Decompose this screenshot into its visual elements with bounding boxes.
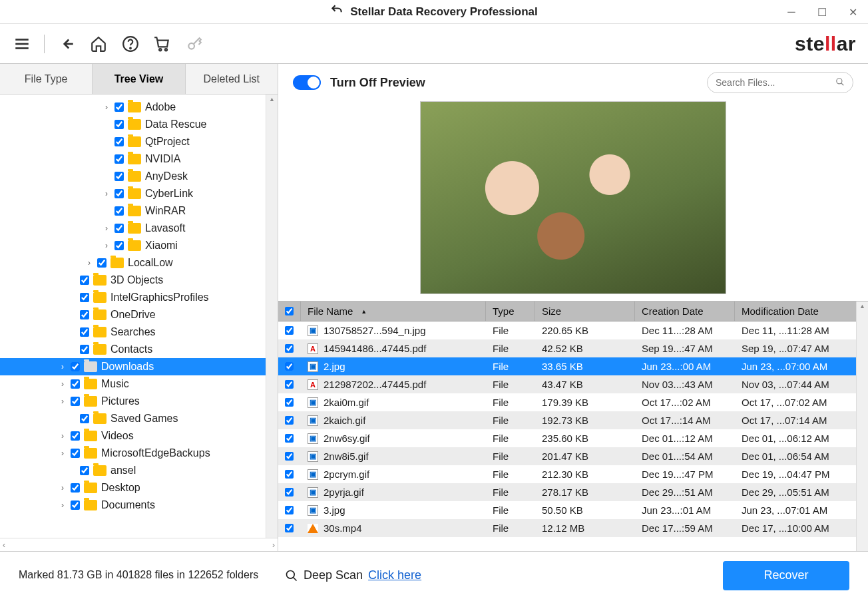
close-button[interactable]: ✕	[837, 0, 868, 24]
key-icon[interactable]	[184, 34, 204, 54]
expand-icon[interactable]: ›	[59, 379, 67, 389]
header-checkbox[interactable]	[278, 301, 301, 321]
table-row[interactable]: ▣2.jpgFile33.65 KBJun 23...:00 AMJun 23,…	[278, 357, 868, 375]
table-row[interactable]: ▣2kaich.gifFile192.73 KBOct 17...:14 AMO…	[278, 411, 868, 429]
tree-checkbox[interactable]	[97, 258, 107, 268]
folder-tree[interactable]: ›AdobeData RescueQtProjectNVIDIAAnyDesk›…	[0, 95, 278, 538]
minimize-button[interactable]: ─	[776, 0, 807, 24]
tree-item[interactable]: Contacts	[0, 341, 278, 358]
table-row[interactable]: ▣130758527...594_n.jpgFile220.65 KBDec 1…	[278, 321, 868, 339]
table-scrollbar[interactable]	[856, 301, 868, 551]
row-checkbox[interactable]	[285, 452, 294, 461]
row-checkbox[interactable]	[285, 488, 294, 497]
tree-item[interactable]: ›Music	[0, 375, 278, 393]
tree-checkbox[interactable]	[114, 241, 124, 250]
maximize-button[interactable]: ☐	[807, 0, 837, 24]
cart-icon[interactable]	[152, 34, 172, 54]
tree-item[interactable]: Saved Games	[0, 410, 278, 427]
tree-item[interactable]: QtProject	[0, 133, 278, 150]
tree-checkbox[interactable]	[80, 310, 89, 319]
header-type[interactable]: Type	[486, 301, 535, 321]
row-checkbox[interactable]	[285, 326, 294, 335]
preview-toggle[interactable]	[293, 75, 321, 90]
table-row[interactable]: ▣2nw6sy.gifFile235.60 KBDec 01...:12 AMD…	[278, 429, 868, 447]
tree-item[interactable]: ›Downloads	[0, 358, 278, 375]
tree-checkbox[interactable]	[71, 483, 80, 493]
tree-checkbox[interactable]	[114, 206, 124, 216]
tab-file-type[interactable]: File Type	[0, 64, 93, 94]
tree-checkbox[interactable]	[71, 397, 80, 406]
row-checkbox[interactable]	[285, 524, 294, 532]
tree-checkbox[interactable]	[114, 120, 124, 129]
tree-checkbox[interactable]	[114, 154, 124, 164]
table-row[interactable]: ▣2pyrja.gifFile278.17 KBDec 29...:51 AMD…	[278, 483, 868, 501]
expand-icon[interactable]: ›	[103, 224, 110, 233]
tree-item[interactable]: 3D Objects	[0, 272, 278, 289]
expand-icon[interactable]: ›	[59, 483, 67, 493]
tree-checkbox[interactable]	[114, 137, 124, 146]
header-size[interactable]: Size	[535, 301, 635, 321]
tree-checkbox[interactable]	[71, 431, 80, 441]
table-row[interactable]: ▣2kai0m.gifFile179.39 KBOct 17...:02 AMO…	[278, 393, 868, 411]
expand-icon[interactable]: ›	[59, 397, 67, 406]
tree-checkbox[interactable]	[114, 102, 124, 112]
tree-checkbox[interactable]	[80, 414, 89, 423]
expand-icon[interactable]: ›	[59, 431, 67, 441]
row-checkbox[interactable]	[285, 344, 294, 353]
expand-icon[interactable]: ›	[59, 362, 67, 371]
tree-item[interactable]: ›Adobe	[0, 99, 278, 116]
expand-icon[interactable]: ›	[85, 258, 93, 268]
table-row[interactable]: ▣2nw8i5.gifFile201.47 KBDec 01...:54 AMD…	[278, 447, 868, 465]
row-checkbox[interactable]	[285, 362, 294, 371]
row-checkbox[interactable]	[285, 398, 294, 407]
tree-item[interactable]: ›Videos	[0, 427, 278, 445]
table-row[interactable]: 30s.mp4File12.12 MBDec 17...:59 AMDec 17…	[278, 519, 868, 537]
header-modification[interactable]: Modification Date	[735, 301, 868, 321]
tree-item[interactable]: AnyDesk	[0, 168, 278, 185]
table-row[interactable]: ▣3.jpgFile50.50 KBJun 23...:01 AMJun 23,…	[278, 501, 868, 519]
tree-item[interactable]: ›Pictures	[0, 393, 278, 410]
menu-icon[interactable]	[12, 34, 32, 54]
row-checkbox[interactable]	[285, 470, 294, 479]
table-row[interactable]: ▣2pcrym.gifFile212.30 KBDec 19...:47 PMD…	[278, 465, 868, 483]
tree-checkbox[interactable]	[80, 466, 89, 475]
tree-item[interactable]: Data Rescue	[0, 116, 278, 133]
tab-tree-view[interactable]: Tree View	[93, 64, 185, 94]
expand-icon[interactable]: ›	[59, 500, 67, 510]
tab-deleted-list[interactable]: Deleted List	[186, 64, 278, 94]
tree-item[interactable]: ›Xiaomi	[0, 237, 278, 254]
table-row[interactable]: A212987202...47445.pdfFile43.47 KBNov 03…	[278, 375, 868, 393]
tree-checkbox[interactable]	[80, 293, 89, 302]
help-icon[interactable]	[120, 34, 140, 54]
search-box[interactable]	[707, 72, 853, 93]
row-checkbox[interactable]	[285, 416, 294, 425]
tree-item[interactable]: ›MicrosoftEdgeBackups	[0, 445, 278, 462]
expand-icon[interactable]: ›	[59, 449, 67, 458]
back-icon[interactable]	[57, 34, 77, 54]
undo-icon[interactable]	[330, 3, 343, 20]
tree-item[interactable]: ›Documents	[0, 497, 278, 514]
row-checkbox[interactable]	[285, 506, 294, 514]
header-name[interactable]: File Name▲	[301, 301, 486, 321]
tree-item[interactable]: ›Desktop	[0, 479, 278, 497]
tree-item[interactable]: IntelGraphicsProfiles	[0, 289, 278, 306]
tree-checkbox[interactable]	[71, 449, 80, 458]
tree-checkbox[interactable]	[71, 362, 80, 371]
tree-item[interactable]: ansel	[0, 462, 278, 479]
home-icon[interactable]	[89, 34, 108, 54]
tree-item[interactable]: ›Lavasoft	[0, 220, 278, 237]
tree-item[interactable]: OneDrive	[0, 306, 278, 323]
tree-item[interactable]: ›LocalLow	[0, 254, 278, 272]
tree-checkbox[interactable]	[80, 345, 89, 354]
tree-checkbox[interactable]	[71, 379, 80, 389]
expand-icon[interactable]: ›	[103, 241, 110, 250]
table-row[interactable]: A145941486...47445.pdfFile42.52 KBSep 19…	[278, 339, 868, 357]
tree-hscroll[interactable]: ‹›	[0, 538, 278, 551]
expand-icon[interactable]: ›	[103, 102, 110, 112]
search-input[interactable]	[716, 77, 835, 88]
tree-checkbox[interactable]	[114, 224, 124, 233]
row-checkbox[interactable]	[285, 434, 294, 443]
header-creation[interactable]: Creation Date	[635, 301, 735, 321]
tree-item[interactable]: ›CyberLink	[0, 185, 278, 202]
tree-checkbox[interactable]	[80, 327, 89, 337]
